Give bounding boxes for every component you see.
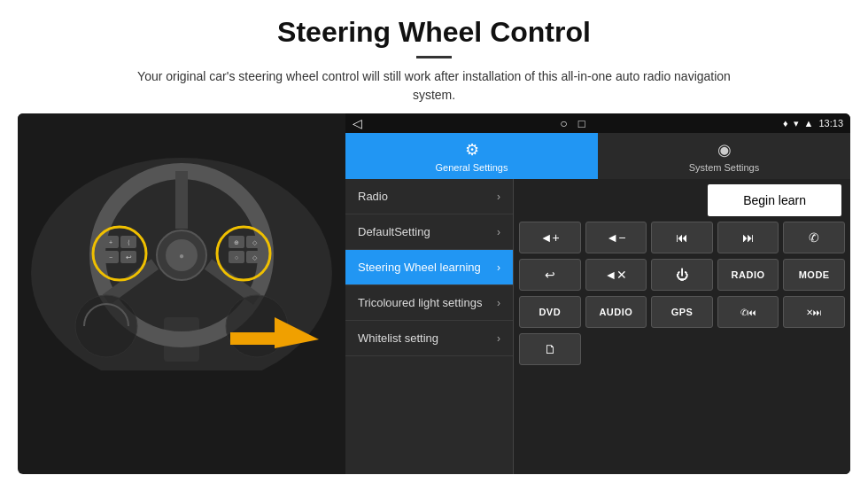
android-panel: ◁ ○ □ ♦ ▾ ▲ 13:13 ⚙ General Settings ◉ [345,113,850,474]
vol-up-button[interactable]: ◄+ [519,222,581,253]
menu-item-tricoloured[interactable]: Tricoloured light settings › [345,285,513,321]
location-icon: ♦ [783,118,788,129]
tel-next-icon: ✕⏭ [806,308,822,317]
nav-back[interactable]: ◁ [353,116,362,130]
mute-button[interactable]: ◄✕ [585,259,647,291]
menu-item-default[interactable]: DefaultSetting › [345,214,513,250]
tel-prev-icon: ✆⏮ [740,308,756,317]
chevron-icon: › [497,297,500,309]
car-image-panel: ● + − ⟨ ↩ ⊕ ○ ◇ [18,113,345,474]
dvd-button[interactable]: DVD [519,296,581,328]
power-icon: ⏻ [676,268,688,282]
next-track-icon: ⏭ [742,230,755,245]
mute-icon: ◄✕ [604,268,627,282]
header-section: Steering Wheel Control Your original car… [0,0,868,113]
tel-prev-button[interactable]: ✆⏮ [717,296,779,328]
menu-item-whitelist[interactable]: Whitelist setting › [345,321,513,356]
svg-text:○: ○ [235,254,238,261]
phone-icon: ✆ [809,230,819,245]
status-icons: ♦ ▾ ▲ 13:13 [783,118,843,129]
subtitle: Your original car's steering wheel contr… [124,67,744,105]
tab-general[interactable]: ⚙ General Settings [345,133,598,179]
document-icon: 🗋 [544,342,556,356]
menu-item-radio[interactable]: Radio › [345,179,513,214]
svg-text:⟨: ⟨ [128,239,130,245]
whitelist-row: 🗋 [519,333,845,365]
svg-text:↩: ↩ [126,253,132,261]
mode-button[interactable]: MODE [783,259,845,291]
chevron-icon: › [497,332,500,345]
system-icon: ◉ [717,140,732,160]
signal-icon: ▲ [804,118,814,129]
svg-text:●: ● [179,251,184,261]
gear-icon: ⚙ [465,140,479,160]
nav-home[interactable]: ○ [560,116,567,130]
menu-column: Radio › DefaultSetting › Steering Wheel … [345,179,514,474]
prev-track-button[interactable]: ⏮ [651,222,713,253]
phone-button[interactable]: ✆ [783,222,845,253]
chevron-icon: › [497,191,500,203]
begin-learn-button[interactable]: Begin learn [708,184,841,216]
svg-text:−: − [109,254,112,261]
clock: 13:13 [818,118,843,129]
tab-bar: ⚙ General Settings ◉ System Settings [345,133,850,179]
chevron-icon: › [497,261,500,274]
vol-down-icon: ◄− [606,230,625,245]
content-area: ● + − ⟨ ↩ ⊕ ○ ◇ [0,113,868,483]
prev-track-icon: ⏮ [676,230,688,245]
hook-icon: ↩ [545,268,555,282]
chevron-icon: › [497,226,500,238]
svg-text:⊕: ⊕ [234,239,239,245]
nav-recents[interactable]: □ [578,117,585,130]
steering-wheel-illustration: ● + − ⟨ ↩ ⊕ ○ ◇ [18,113,345,370]
vol-up-icon: ◄+ [540,230,560,245]
tel-next-button[interactable]: ✕⏭ [783,296,845,328]
next-track-button[interactable]: ⏭ [717,222,779,253]
whitelist-icon-button[interactable]: 🗋 [519,333,581,365]
svg-rect-31 [230,332,276,345]
settings-list: Radio › DefaultSetting › Steering Wheel … [345,179,850,474]
power-button[interactable]: ⏻ [651,259,713,291]
radio-button[interactable]: RADIO [717,259,779,291]
tab-general-label: General Settings [436,162,508,173]
gps-button[interactable]: GPS [651,296,713,328]
control-row-2: ↩ ◄✕ ⏻ RADIO MODE [519,259,845,291]
begin-learn-row: Begin learn [519,184,845,216]
page-container: Steering Wheel Control Your original car… [0,0,868,483]
page-title: Steering Wheel Control [53,16,815,49]
status-bar: ◁ ○ □ ♦ ▾ ▲ 13:13 [345,113,850,133]
vol-down-button[interactable]: ◄− [585,222,647,253]
tab-system[interactable]: ◉ System Settings [598,133,850,179]
menu-item-steering[interactable]: Steering Wheel learning › [345,250,513,285]
title-divider [416,56,452,58]
controls-column: Begin learn ◄+ ◄− ⏮ [514,179,850,474]
audio-button[interactable]: AUDIO [585,296,647,328]
control-row-1: ◄+ ◄− ⏮ ⏭ ✆ [519,222,845,253]
svg-text:+: + [109,239,112,245]
hook-button[interactable]: ↩ [519,259,581,291]
control-row-3: DVD AUDIO GPS ✆⏮ ✕⏭ [519,296,845,328]
tab-system-label: System Settings [689,162,759,173]
wifi-icon: ▾ [794,118,799,129]
